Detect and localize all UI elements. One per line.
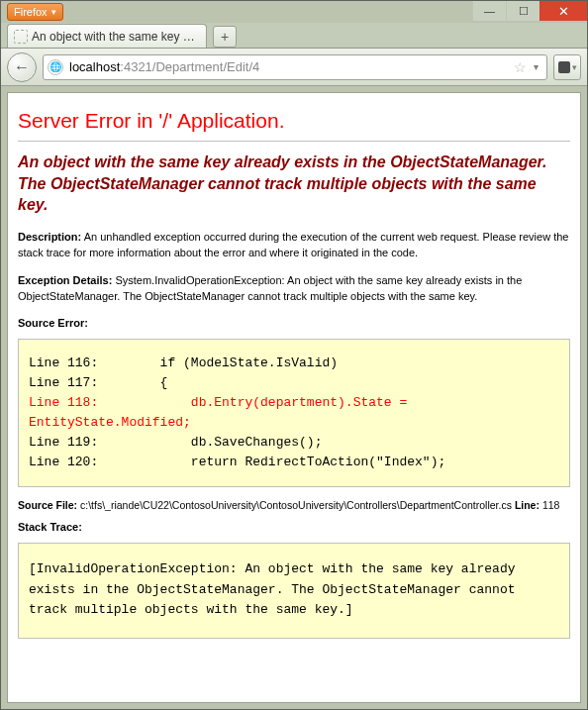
- home-button[interactable]: ▾: [553, 54, 581, 80]
- chevron-down-icon: ▾: [51, 4, 56, 20]
- stack-trace-box: [InvalidOperationException: An object wi…: [18, 543, 570, 638]
- firefox-menu-label: Firefox: [14, 4, 48, 20]
- line-text: 118: [539, 499, 559, 511]
- error-page: Server Error in '/' Application. An obje…: [7, 92, 581, 703]
- minimize-icon: —: [484, 5, 495, 17]
- close-icon: ✕: [558, 4, 569, 19]
- titlebar: Firefox ▾ — ☐ ✕: [1, 1, 587, 23]
- favicon-icon: [14, 30, 28, 44]
- source-error-code: Line 116: if (ModelState.IsValid) Line 1…: [18, 339, 570, 488]
- tab-bar: An object with the same key already exis…: [1, 23, 587, 49]
- page-title: Server Error in '/' Application.: [18, 109, 570, 133]
- plus-icon: +: [221, 29, 229, 45]
- url-bar[interactable]: 🌐 localhost:4321/Department/Edit/4 ☆ ▾: [43, 54, 547, 80]
- code-pre: Line 116: if (ModelState.IsValid) Line 1…: [29, 355, 338, 390]
- url-path: :4321/Department/Edit/4: [120, 59, 259, 74]
- tab-active[interactable]: An object with the same key already exis…: [7, 24, 207, 48]
- description-text: An unhandled exception occurred during t…: [18, 231, 568, 258]
- new-tab-button[interactable]: +: [213, 26, 237, 48]
- tab-title: An object with the same key already exis…: [32, 30, 200, 44]
- close-button[interactable]: ✕: [539, 1, 587, 21]
- maximize-icon: ☐: [519, 5, 529, 18]
- maximize-button[interactable]: ☐: [506, 1, 539, 21]
- source-file-line: Source File: c:\tfs\_riande\CU22\Contoso…: [18, 499, 570, 511]
- titlebar-spacer: [63, 1, 472, 23]
- stack-trace-text: [InvalidOperationException: An object wi…: [29, 561, 523, 616]
- exception-block: Exception Details: System.InvalidOperati…: [18, 273, 570, 305]
- line-label: Line:: [515, 499, 539, 511]
- url-text: localhost:4321/Department/Edit/4: [69, 59, 511, 74]
- source-file-text: c:\tfs\_riande\CU22\ContosoUniversity\Co…: [77, 499, 515, 511]
- minimize-button[interactable]: —: [472, 1, 506, 21]
- source-file-label: Source File:: [18, 499, 77, 511]
- description-block: Description: An unhandled exception occu…: [18, 230, 570, 261]
- home-icon: [558, 61, 570, 73]
- browser-window: Firefox ▾ — ☐ ✕ An object with the same …: [0, 0, 588, 710]
- window-controls: — ☐ ✕: [472, 1, 587, 23]
- arrow-left-icon: ←: [14, 58, 30, 76]
- globe-icon: 🌐: [48, 59, 63, 75]
- error-message: An object with the same key already exis…: [18, 152, 570, 216]
- firefox-menu-button[interactable]: Firefox ▾: [7, 3, 63, 21]
- viewport: Server Error in '/' Application. An obje…: [1, 86, 587, 709]
- url-dropdown-icon[interactable]: ▾: [529, 61, 542, 72]
- description-label: Description:: [18, 231, 81, 243]
- stack-trace-label: Stack Trace:: [18, 521, 570, 533]
- source-error-label: Source Error:: [18, 317, 570, 329]
- bookmark-star-icon[interactable]: ☆: [511, 59, 529, 75]
- exception-label: Exception Details:: [18, 274, 112, 286]
- divider: [18, 141, 570, 142]
- nav-toolbar: ← 🌐 localhost:4321/Department/Edit/4 ☆ ▾…: [1, 49, 587, 86]
- chevron-down-icon: ▾: [572, 62, 577, 72]
- code-post: Line 119: db.SaveChanges(); Line 120: re…: [29, 435, 445, 469]
- titlebar-left: Firefox ▾: [1, 1, 63, 23]
- code-highlight: Line 118: db.Entry(department).State = E…: [29, 395, 415, 430]
- url-host: localhost: [69, 59, 120, 74]
- back-button[interactable]: ←: [7, 52, 37, 82]
